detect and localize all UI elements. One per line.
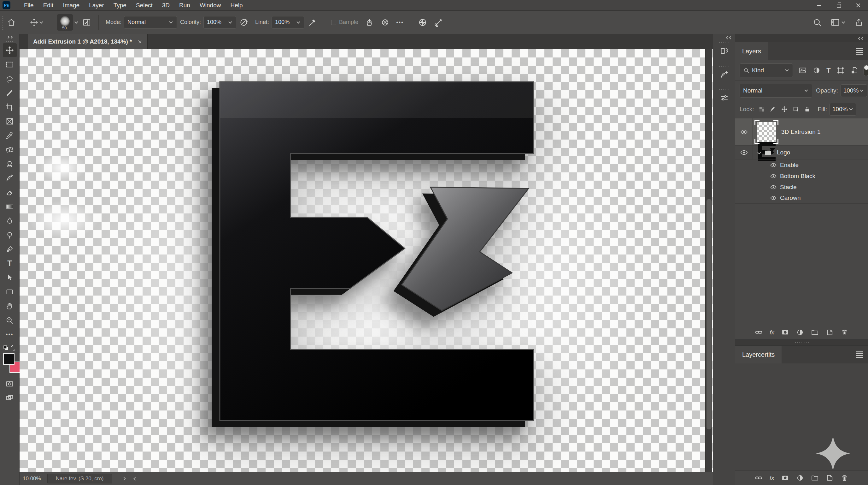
add-mask-icon[interactable]: [781, 474, 789, 482]
tool-path-select[interactable]: [3, 270, 17, 285]
search-icon[interactable]: [812, 18, 822, 27]
filter-type-layers[interactable]: T: [826, 66, 831, 75]
vertical-scrollbar[interactable]: [705, 49, 712, 472]
collapse-toolbar-icon[interactable]: [7, 36, 12, 38]
tool-crop[interactable]: [3, 100, 17, 114]
close-button[interactable]: [848, 0, 868, 11]
filter-pixel-layers[interactable]: [799, 66, 807, 75]
layer-row-child[interactable]: Bottom Black: [735, 171, 868, 181]
adjustment-layer-icon[interactable]: [796, 474, 804, 482]
blend-mode-select[interactable]: Normal: [740, 84, 812, 97]
menu-type[interactable]: Type: [109, 0, 131, 11]
opacity-input[interactable]: 100%: [841, 84, 867, 97]
menu-file[interactable]: File: [19, 0, 38, 11]
link-layers-icon[interactable]: [755, 329, 763, 336]
clean-brush-button[interactable]: [431, 18, 446, 27]
sample-checkbox[interactable]: Bample: [328, 19, 362, 26]
tool-eraser[interactable]: [3, 186, 17, 199]
tool-patch[interactable]: [3, 143, 17, 156]
tab-layercertits[interactable]: Layercertits: [735, 346, 782, 364]
more-options-icon[interactable]: •••: [393, 19, 407, 26]
default-colors-icon[interactable]: [2, 344, 9, 351]
tool-hand[interactable]: [3, 299, 17, 313]
eye-icon[interactable]: [740, 148, 748, 156]
lock-position-button[interactable]: [781, 106, 788, 113]
home-button[interactable]: [4, 18, 19, 27]
new-group-icon[interactable]: [811, 329, 819, 336]
restore-button[interactable]: [829, 0, 848, 11]
tool-lasso[interactable]: [3, 72, 17, 86]
tool-quick-selection[interactable]: [3, 86, 17, 100]
menu-window[interactable]: Window: [195, 0, 226, 11]
eye-icon[interactable]: [770, 173, 777, 180]
fill-input[interactable]: 100%: [830, 103, 856, 116]
lock-pixels-button[interactable]: [770, 106, 777, 113]
layer-style-icon[interactable]: fx: [770, 475, 774, 482]
collapse-panels-icon[interactable]: [726, 37, 732, 39]
symmetry-paint-button[interactable]: [362, 18, 377, 27]
brush-preset-picker[interactable]: 50.: [57, 14, 73, 31]
mode-select[interactable]: Normal: [124, 16, 177, 29]
layer-row-logo-group[interactable]: Logo: [735, 146, 868, 160]
tool-type[interactable]: T: [3, 256, 17, 270]
panel-menu-icon[interactable]: [856, 50, 863, 51]
tool-shape[interactable]: [3, 285, 17, 299]
airbrush-button[interactable]: [236, 18, 252, 27]
eye-icon[interactable]: [770, 162, 777, 169]
panel-divider[interactable]: [735, 339, 868, 346]
workspace-switcher[interactable]: [830, 17, 846, 27]
pressure-button[interactable]: [304, 18, 320, 27]
properties-panel-button[interactable]: [713, 87, 735, 110]
chevron-right-icon[interactable]: [122, 477, 126, 480]
tool-pen[interactable]: [3, 242, 17, 256]
swap-colors-icon[interactable]: [10, 344, 17, 351]
tool-move[interactable]: [3, 43, 17, 57]
brush-settings-panel-button[interactable]: [713, 63, 735, 87]
tool-zoom[interactable]: [3, 313, 17, 327]
screen-mode-button[interactable]: [3, 391, 17, 405]
tool-eyedropper[interactable]: [3, 129, 17, 142]
lock-all-button[interactable]: [804, 106, 811, 113]
zoom-level[interactable]: 10.00%: [23, 476, 41, 482]
tool-more[interactable]: •••: [3, 327, 17, 341]
linet-input[interactable]: 100%: [272, 16, 304, 29]
foreground-color-swatch[interactable]: [3, 353, 14, 365]
chevron-down-icon[interactable]: [74, 20, 78, 23]
tool-dodge[interactable]: [3, 228, 17, 242]
colority-input[interactable]: 100%: [204, 16, 236, 29]
lock-artboard-button[interactable]: [792, 106, 799, 113]
minimize-button[interactable]: [809, 0, 829, 11]
menu-edit[interactable]: Edit: [38, 0, 58, 11]
document-tab[interactable]: Addi Extrusion 1 @ A2018, 134%) *: [28, 34, 148, 49]
delete-layer-icon[interactable]: [841, 474, 848, 482]
filter-kind-select[interactable]: Kind: [740, 63, 793, 77]
tool-preset-move[interactable]: [27, 18, 47, 27]
menu-layer[interactable]: Layer: [84, 0, 109, 11]
toolbar-grip[interactable]: [5, 41, 14, 42]
brush-angle-button[interactable]: [415, 18, 431, 27]
new-layer-icon[interactable]: [826, 329, 834, 336]
menu-select[interactable]: Select: [131, 0, 157, 11]
quick-mask-button[interactable]: [3, 377, 17, 391]
menu-run[interactable]: Run: [175, 0, 195, 11]
symmetry-options-button[interactable]: [377, 18, 393, 27]
close-tab-icon[interactable]: [137, 39, 142, 44]
layer-row-3d-extrusion[interactable]: 3D Extrusion 1: [735, 118, 868, 146]
canvas[interactable]: [20, 49, 713, 472]
filter-toggle[interactable]: [864, 65, 868, 76]
collapse-panel-icon[interactable]: [859, 37, 864, 39]
delete-layer-icon[interactable]: [841, 329, 848, 336]
menu-image[interactable]: Image: [58, 0, 84, 11]
scrollbar-thumb[interactable]: [707, 199, 712, 429]
chevron-left-icon[interactable]: [134, 477, 137, 480]
filter-smart-objects[interactable]: [850, 66, 859, 75]
link-layers-icon[interactable]: [755, 474, 763, 482]
tool-clone-stamp[interactable]: [3, 157, 17, 171]
eye-icon[interactable]: [770, 195, 777, 201]
toggle-brush-settings-button[interactable]: [79, 18, 95, 27]
new-group-icon[interactable]: [811, 474, 819, 482]
layer-row-child[interactable]: Carown: [735, 193, 868, 204]
layer-row-child[interactable]: Stacle: [735, 181, 868, 193]
history-panel-button[interactable]: [713, 40, 735, 63]
tool-rectangular-marquee[interactable]: [3, 57, 17, 72]
